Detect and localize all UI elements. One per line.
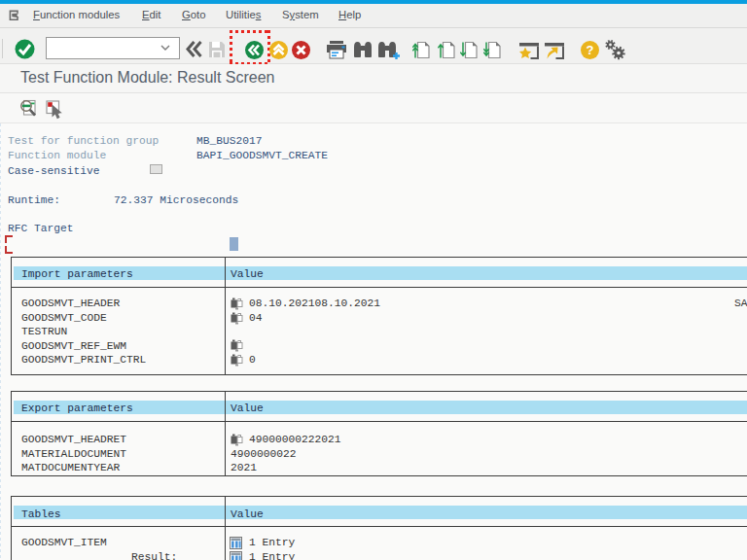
- svg-text:?: ?: [587, 43, 594, 57]
